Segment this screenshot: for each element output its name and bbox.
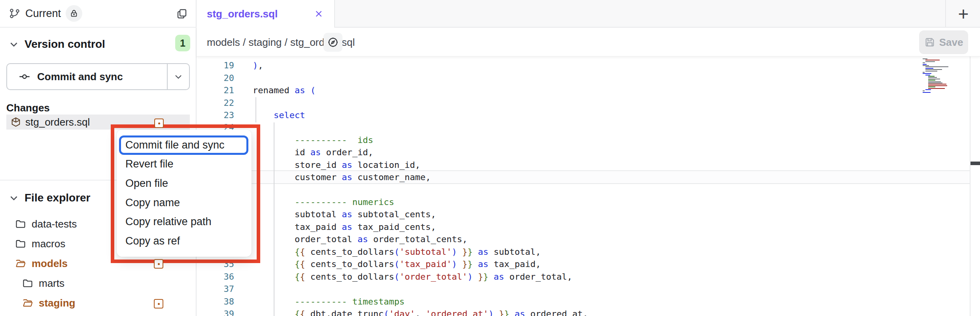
code-line-21[interactable]: 21renamed as ( — [197, 84, 970, 96]
tab-stg-orders[interactable]: stg_orders.sql — [197, 0, 335, 28]
code-text: order_total as order_total_cents, — [234, 234, 467, 244]
menu-item-copy-relative-path[interactable]: Copy relative path — [117, 212, 252, 231]
line-number: 20 — [197, 73, 234, 83]
indent-guide — [255, 97, 256, 122]
model-cube-icon — [10, 117, 21, 128]
git-branch-icon — [9, 8, 21, 19]
file-explorer-title: File explorer — [25, 192, 91, 204]
code-line-32[interactable]: 32 tax_paid as tax_paid_cents, — [197, 221, 970, 233]
tree-item-label: models — [32, 258, 68, 270]
code-line-23[interactable]: 23 select — [197, 109, 970, 121]
code-editor[interactable]: 19),2021renamed as (2223 select2425 ----… — [197, 56, 980, 316]
line-number: 38 — [197, 297, 234, 307]
line-number: 21 — [197, 85, 234, 95]
file-context-menu: Commit file and syncRevert fileOpen file… — [117, 130, 252, 257]
version-control-header[interactable]: Version control 1 — [0, 33, 197, 55]
code-text: ---------- timestamps — [234, 297, 405, 307]
chevron-down-icon — [174, 72, 183, 81]
code-text: renamed as ( — [234, 85, 316, 95]
tab-bar-separator — [945, 0, 946, 28]
menu-item-copy-name[interactable]: Copy name — [117, 193, 252, 213]
tab-close-icon[interactable] — [314, 9, 324, 19]
code-text: ---------- ids — [234, 135, 373, 145]
code-text: store_id as location_id, — [234, 160, 420, 170]
code-line-28[interactable]: 28 customer as customer_name, — [197, 171, 970, 183]
line-number: 36 — [197, 272, 234, 282]
chevron-down-icon — [9, 193, 19, 203]
code-line-31[interactable]: 31 subtotal as subtotal_cents, — [197, 208, 970, 220]
modified-file-icon — [154, 118, 164, 128]
code-line-29[interactable]: 29 — [197, 183, 970, 196]
panel-resize-handle[interactable] — [971, 162, 980, 165]
lineage-compass-button[interactable] — [324, 33, 342, 52]
menu-item-revert-file[interactable]: Revert file — [117, 155, 252, 174]
save-button[interactable]: Save — [919, 30, 968, 54]
tree-item-label: marts — [39, 277, 64, 290]
code-line-26[interactable]: 26 id as order_id, — [197, 146, 970, 158]
code-line-24[interactable]: 24 — [197, 121, 970, 134]
compass-icon — [327, 36, 339, 48]
branch-lock-badge — [66, 5, 82, 22]
code-line-34[interactable]: 34 {{ cents_to_dollars('subtotal') }} as… — [197, 246, 970, 258]
line-number: 39 — [197, 309, 234, 316]
branch-name: Current — [25, 8, 61, 20]
editor-right-gutter — [970, 56, 980, 316]
code-line-27[interactable]: 27 store_id as location_id, — [197, 159, 970, 171]
tab-title: stg_orders.sql — [207, 8, 314, 20]
code-line-20[interactable]: 20 — [197, 71, 970, 84]
menu-item-open-file[interactable]: Open file — [117, 174, 252, 193]
branch-bar: Current — [0, 0, 197, 28]
code-text: {{ cents_to_dollars('order_total') }} as… — [234, 272, 572, 282]
code-line-30[interactable]: 30 ---------- numerics — [197, 196, 970, 208]
menu-item-commit-file-and-sync[interactable]: Commit file and sync — [117, 135, 252, 155]
tree-item-marts[interactable]: marts — [0, 273, 197, 293]
tree-item-staging[interactable]: staging — [0, 293, 197, 313]
menu-item-copy-as-ref[interactable]: Copy as ref — [117, 231, 252, 251]
save-disk-icon — [924, 37, 935, 48]
code-line-33[interactable]: 33 order_total as order_total_cents, — [197, 233, 970, 245]
code-text: select — [234, 110, 305, 120]
line-number: 35 — [197, 259, 234, 269]
line-number: 23 — [197, 110, 234, 120]
code-line-35[interactable]: 35 {{ cents_to_dollars('tax_paid') }} as… — [197, 258, 970, 270]
code-text: {{ dbt.date_trunc('day', 'ordered_at') }… — [234, 309, 588, 316]
code-text: tax_paid as tax_paid_cents, — [234, 222, 436, 232]
code-line-37[interactable]: 37 — [197, 283, 970, 295]
commit-options-caret[interactable] — [167, 64, 189, 89]
line-number: 22 — [197, 98, 234, 108]
code-line-36[interactable]: 36 {{ cents_to_dollars('order_total') }}… — [197, 270, 970, 282]
indent-guide — [274, 122, 274, 316]
code-text: {{ cents_to_dollars('subtotal') }} as su… — [234, 247, 541, 257]
changed-file-name: stg_orders.sql — [25, 116, 90, 128]
editor-toolbar: models / staging / stg_orders.sql Save — [197, 28, 980, 56]
code-line-22[interactable]: 22 — [197, 96, 970, 109]
commit-and-sync-button[interactable]: Commit and sync — [6, 63, 190, 90]
code-line-39[interactable]: 39 {{ dbt.date_trunc('day', 'ordered_at'… — [197, 308, 970, 316]
lock-icon — [70, 9, 78, 18]
new-tab-button[interactable]: + — [953, 3, 974, 24]
code-text: {{ cents_to_dollars('tax_paid') }} as ta… — [234, 259, 541, 269]
copy-icon[interactable] — [174, 6, 189, 21]
modified-folder-icon — [154, 259, 163, 269]
code-text: subtotal as subtotal_cents, — [234, 209, 436, 219]
open-folder-icon — [22, 297, 33, 308]
version-control-title: Version control — [25, 38, 105, 51]
modified-folder-icon — [154, 299, 163, 308]
code-lines: 19),2021renamed as (2223 select2425 ----… — [197, 59, 970, 316]
code-line-25[interactable]: 25 ---------- ids — [197, 134, 970, 146]
dbt-ide-window: Current Version control 1 — [0, 0, 980, 316]
code-text: id as order_id, — [234, 147, 373, 157]
open-folder-icon — [15, 258, 26, 269]
closed-folder-icon — [15, 238, 26, 249]
code-line-38[interactable]: 38 ---------- timestamps — [197, 295, 970, 307]
editor-minimap[interactable] — [923, 58, 954, 94]
code-text: ), — [234, 60, 263, 70]
code-line-19[interactable]: 19), — [197, 59, 970, 71]
code-text: ---------- numerics — [234, 197, 394, 207]
closed-folder-icon — [22, 278, 33, 289]
tree-item-label: staging — [39, 297, 75, 309]
save-button-label: Save — [939, 36, 963, 49]
tree-item-label: data-tests — [32, 218, 77, 230]
chevron-down-icon — [9, 39, 19, 49]
line-number: 19 — [197, 60, 234, 70]
